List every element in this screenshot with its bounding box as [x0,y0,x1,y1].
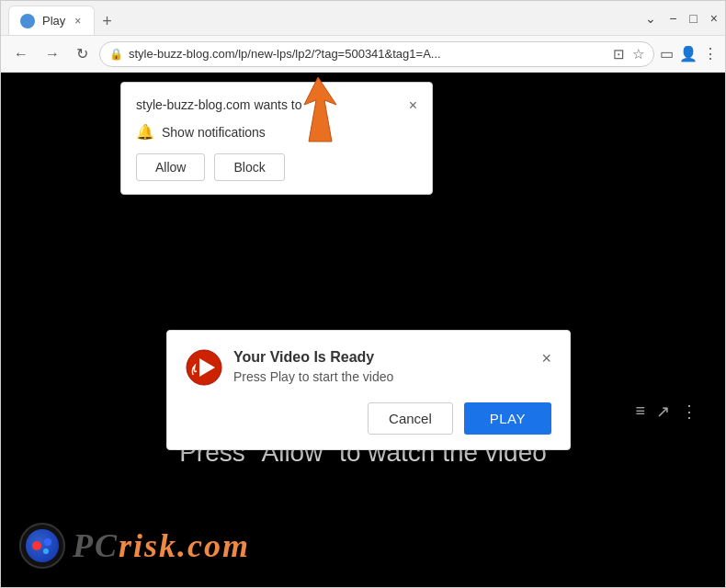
svg-point-5 [43,548,49,554]
browser-tab[interactable]: Play × [8,6,95,35]
sidebar-icon[interactable]: ▭ [660,45,674,62]
share-icon[interactable]: ↗ [656,401,670,422]
play-button[interactable]: PLAY [464,402,551,435]
video-dialog-body: Your Video Is Ready Press Play to start … [186,349,393,386]
url-bar[interactable]: 🔒 style-buzz-blog.com/lp/new-lps/lp2/?ta… [99,41,654,67]
bell-icon: 🔔 [136,123,154,141]
url-actions: ⊡ ☆ [613,46,644,62]
tab-label: Play [42,14,65,28]
cast-icon[interactable]: ⊡ [613,46,625,62]
logo-inner-circle [26,529,59,562]
title-bar: Play × + ⌄ − □ × [1,1,725,36]
svg-marker-0 [304,77,336,141]
content-area: ≡ ↗ ⋮ style-buzz-blog.com wants to × 🔔 S… [1,73,725,587]
video-controls: ≡ ↗ ⋮ [635,401,698,422]
video-dialog-text: Your Video Is Ready Press Play to start … [233,349,393,384]
tab-favicon [20,14,35,28]
arrow-indicator [267,73,350,150]
window-controls: ⌄ − □ × [645,11,718,26]
logo-brand: PC [73,527,119,564]
playlist-icon[interactable]: ≡ [635,401,645,422]
video-dialog-subtitle: Press Play to start the video [233,369,393,384]
browser-window: Play × + ⌄ − □ × ← → ↻ 🔒 style-buzz-blog… [0,0,726,588]
logo-icon [19,523,65,569]
forward-button[interactable]: → [40,42,65,66]
cancel-button[interactable]: Cancel [368,402,453,435]
new-tab-button[interactable]: + [95,8,119,35]
logo-area: PCrisk.com [19,523,250,569]
notif-popup-actions: Allow Block [136,153,417,181]
minimize-button[interactable]: − [669,11,676,26]
refresh-button[interactable]: ↻ [71,41,94,66]
tab-close-button[interactable]: × [73,15,83,28]
address-bar: ← → ↻ 🔒 style-buzz-blog.com/lp/new-lps/l… [1,36,725,73]
addr-right-icons: ▭ 👤 ⋮ [660,45,718,62]
video-play-icon [186,349,222,386]
notif-popup-close-button[interactable]: × [409,97,417,114]
video-dialog-header: Your Video Is Ready Press Play to start … [186,349,551,386]
lock-icon: 🔒 [109,48,123,61]
svg-point-3 [32,541,41,550]
allow-button[interactable]: Allow [136,153,205,181]
logo-risk: risk.com [119,527,250,564]
tabs-dropdown-icon[interactable]: ⌄ [645,11,656,26]
video-dialog-title: Your Video Is Ready [233,349,393,366]
video-dialog-close-button[interactable]: × [541,349,551,368]
menu-icon[interactable]: ⋮ [703,45,718,62]
back-button[interactable]: ← [8,42,34,66]
notif-popup-item-label: Show notifications [162,125,266,140]
profile-icon[interactable]: 👤 [679,45,698,62]
svg-point-4 [44,538,51,546]
video-dialog-actions: Cancel PLAY [186,402,551,435]
bookmark-icon[interactable]: ☆ [632,46,644,62]
block-button[interactable]: Block [214,153,284,181]
url-text: style-buzz-blog.com/lp/new-lps/lp2/?tag=… [129,47,607,61]
maximize-button[interactable]: □ [689,11,697,26]
more-options-icon[interactable]: ⋮ [681,401,698,422]
video-ready-dialog: Your Video Is Ready Press Play to start … [166,330,571,450]
tab-area: Play × + [8,1,640,35]
close-button[interactable]: × [710,11,718,26]
logo-text: PCrisk.com [73,526,250,565]
